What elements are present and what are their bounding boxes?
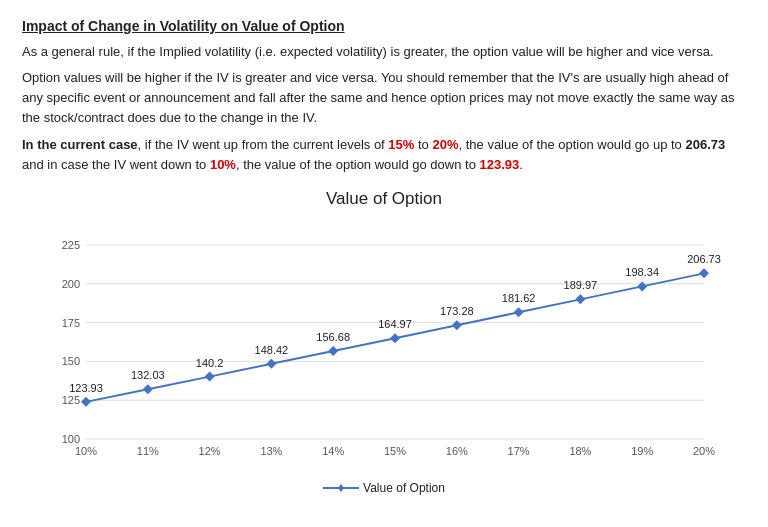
- section-title: Impact of Change in Volatility on Value …: [22, 18, 746, 34]
- svg-text:12%: 12%: [199, 445, 221, 457]
- desc3-bold-prefix: In the current case: [22, 137, 138, 152]
- svg-text:189.97: 189.97: [564, 279, 598, 291]
- chart-title: Value of Option: [22, 189, 746, 209]
- svg-text:148.42: 148.42: [255, 344, 289, 356]
- svg-text:11%: 11%: [137, 445, 159, 457]
- chart-legend: Value of Option: [22, 481, 746, 495]
- svg-text:156.68: 156.68: [316, 331, 350, 343]
- svg-marker-39: [575, 294, 585, 304]
- svg-marker-35: [452, 320, 462, 330]
- svg-text:132.03: 132.03: [131, 369, 165, 381]
- svg-text:13%: 13%: [260, 445, 282, 457]
- desc3-val12393: 123.93: [480, 157, 520, 172]
- description-2: Option values will be higher if the IV i…: [22, 68, 746, 128]
- svg-marker-25: [143, 384, 153, 394]
- desc3-mid3: and in case the IV went down to: [22, 157, 210, 172]
- svg-text:100: 100: [62, 433, 80, 445]
- svg-text:140.2: 140.2: [196, 356, 224, 368]
- description-1: As a general rule, if the Implied volati…: [22, 42, 746, 62]
- svg-text:198.34: 198.34: [625, 266, 659, 278]
- svg-text:173.28: 173.28: [440, 305, 474, 317]
- desc3-val10: 10%: [210, 157, 236, 172]
- svg-marker-27: [205, 371, 215, 381]
- svg-text:150: 150: [62, 355, 80, 367]
- desc3-val15: 15%: [388, 137, 414, 152]
- svg-marker-31: [328, 346, 338, 356]
- chart-area: 10012515017520022510%11%12%13%14%15%16%1…: [34, 215, 734, 475]
- description-3: In the current case, if the IV went up f…: [22, 135, 746, 175]
- svg-marker-33: [390, 333, 400, 343]
- svg-text:206.73: 206.73: [687, 253, 721, 265]
- svg-text:17%: 17%: [508, 445, 530, 457]
- desc3-val20: 20%: [432, 137, 458, 152]
- svg-marker-37: [514, 307, 524, 317]
- svg-text:14%: 14%: [322, 445, 344, 457]
- desc3-end: , the value of the option would go down …: [236, 157, 480, 172]
- svg-text:181.62: 181.62: [502, 292, 536, 304]
- desc3-val20673: 206.73: [685, 137, 725, 152]
- desc3-to: to: [414, 137, 432, 152]
- svg-text:123.93: 123.93: [69, 382, 103, 394]
- line-chart: 10012515017520022510%11%12%13%14%15%16%1…: [34, 215, 734, 475]
- svg-text:19%: 19%: [631, 445, 653, 457]
- svg-text:20%: 20%: [693, 445, 715, 457]
- svg-text:125: 125: [62, 394, 80, 406]
- svg-text:164.97: 164.97: [378, 318, 412, 330]
- desc3-mid1: , if the IV went up from the current lev…: [138, 137, 389, 152]
- desc3-dot: .: [519, 157, 523, 172]
- svg-text:15%: 15%: [384, 445, 406, 457]
- svg-text:10%: 10%: [75, 445, 97, 457]
- desc3-mid2: , the value of the option would go up to: [458, 137, 685, 152]
- legend-line-icon: [323, 481, 359, 495]
- svg-text:16%: 16%: [446, 445, 468, 457]
- svg-text:225: 225: [62, 239, 80, 251]
- svg-marker-23: [81, 397, 91, 407]
- svg-text:175: 175: [62, 316, 80, 328]
- svg-text:200: 200: [62, 278, 80, 290]
- svg-text:18%: 18%: [569, 445, 591, 457]
- legend-label: Value of Option: [363, 481, 445, 495]
- svg-marker-41: [637, 281, 647, 291]
- svg-marker-29: [266, 359, 276, 369]
- svg-marker-46: [338, 484, 344, 492]
- svg-marker-43: [699, 268, 709, 278]
